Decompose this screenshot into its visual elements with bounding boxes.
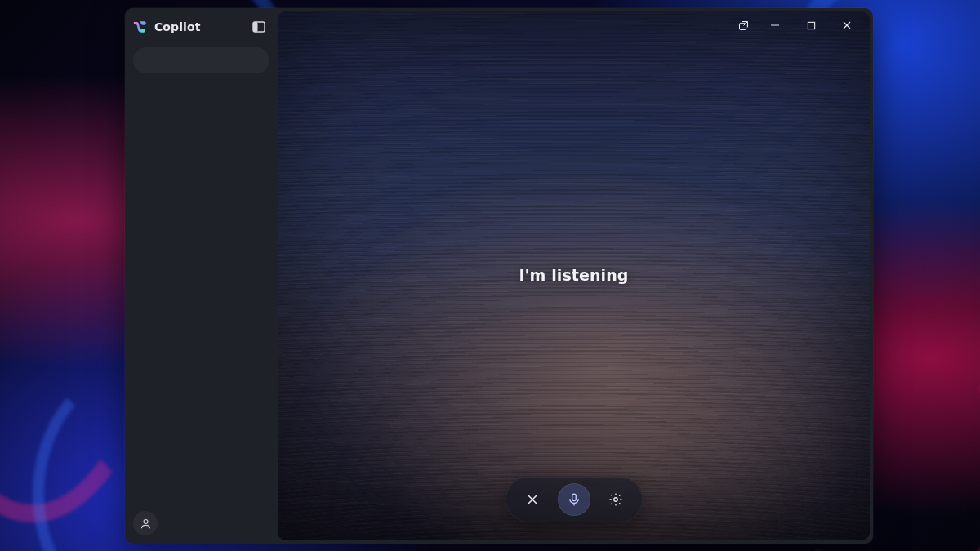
gear-icon [608, 492, 623, 507]
person-icon [140, 518, 152, 530]
svg-point-2 [144, 519, 148, 523]
close-icon [842, 20, 852, 30]
close-icon [526, 493, 539, 506]
desktop-wallpaper: Copilot [0, 0, 980, 551]
main-pane: I'm listening [278, 11, 870, 540]
microphone-icon [567, 492, 581, 507]
minimize-button[interactable] [757, 13, 793, 38]
svg-rect-10 [572, 494, 576, 500]
maximize-button[interactable] [793, 13, 829, 38]
open-in-new-icon [737, 20, 750, 32]
voice-control-bar [506, 477, 643, 522]
app-window: Copilot [125, 8, 873, 544]
profile-button[interactable] [133, 511, 158, 535]
close-window-button[interactable] [829, 13, 865, 38]
app-title: Copilot [154, 20, 201, 33]
copilot-logo-icon [133, 20, 148, 34]
voice-mic-button[interactable] [558, 483, 590, 516]
svg-point-12 [613, 498, 617, 502]
voice-settings-button[interactable] [602, 486, 630, 513]
panel-toggle-button[interactable] [248, 18, 270, 36]
sidebar: Copilot [125, 8, 278, 544]
voice-dismiss-button[interactable] [519, 486, 546, 513]
maximize-icon [807, 21, 816, 30]
open-in-new-button[interactable] [729, 13, 757, 38]
search-input[interactable] [133, 47, 270, 73]
svg-rect-5 [808, 22, 814, 29]
minimize-icon [770, 20, 780, 30]
svg-rect-1 [253, 22, 258, 32]
panel-toggle-icon [252, 21, 265, 33]
sidebar-header: Copilot [133, 15, 270, 39]
listening-status: I'm listening [278, 266, 870, 284]
titlebar [278, 11, 870, 39]
